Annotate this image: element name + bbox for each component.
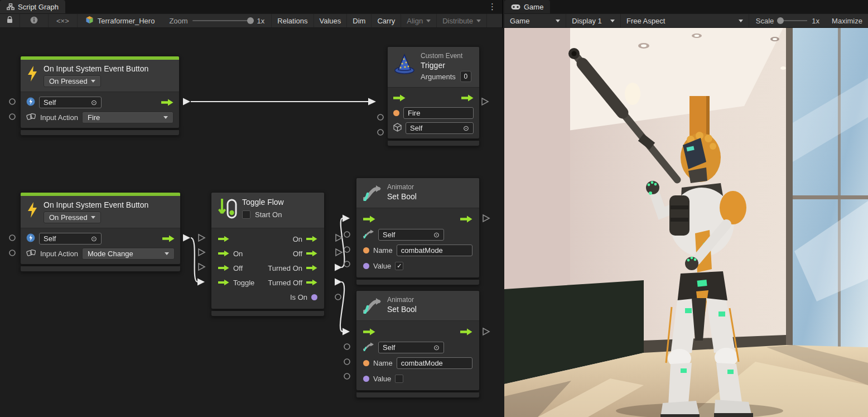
turned-off-out-arrow[interactable]: [306, 279, 317, 286]
flow-out-arrow[interactable]: [161, 99, 173, 106]
port-event-fire-self[interactable]: [9, 99, 15, 104]
aspect-ratio-dropdown[interactable]: Free Aspect: [621, 14, 749, 27]
port-turned-on-connected[interactable]: [335, 264, 342, 271]
flow-in-arrow[interactable]: [363, 215, 375, 223]
trigger-mode-dropdown[interactable]: On Pressed: [44, 212, 101, 223]
wire-turnedoff-to-setbool[interactable]: [340, 282, 344, 332]
relations-button[interactable]: Relations: [271, 14, 314, 27]
port-setbool2-value[interactable]: [344, 373, 350, 379]
toggle-in-arrow[interactable]: [218, 279, 229, 286]
off-in-arrow[interactable]: [218, 265, 229, 271]
tab-script-graph[interactable]: Script Graph: [0, 0, 65, 13]
self-target-field[interactable]: Self ⊙: [39, 97, 102, 108]
graph-asset-chip[interactable]: Terraformer_Hero: [78, 14, 163, 27]
carry-button[interactable]: Carry: [372, 14, 401, 27]
flow-in-arrow[interactable]: [363, 328, 375, 335]
self-target-field[interactable]: Self ⊙: [39, 233, 102, 245]
node-set-bool-on[interactable]: Animator Set Bool: [356, 178, 480, 285]
game-viewport[interactable]: [504, 28, 868, 417]
zoom-slider[interactable]: [192, 20, 253, 21]
port-toggle-off-out[interactable]: [336, 249, 342, 256]
flow-out-arrow[interactable]: [460, 328, 472, 335]
string-port-dot[interactable]: [393, 110, 399, 116]
port-setbool1-flow-out[interactable]: [483, 215, 489, 222]
on-in-arrow[interactable]: [218, 250, 229, 257]
node-event-fire[interactable]: On Input System Event Button On Pressed: [20, 56, 180, 136]
port-toggle-flow-in[interactable]: [199, 234, 205, 241]
port-trigger-target[interactable]: [378, 130, 383, 135]
self-target-field[interactable]: Self ⊙: [378, 342, 444, 353]
port-turned-off-connected[interactable]: [335, 279, 342, 286]
wire-mode-to-toggle[interactable]: [191, 238, 197, 282]
port-event-mode-self[interactable]: [9, 235, 15, 241]
self-target-field[interactable]: Self ⊙: [378, 229, 444, 241]
port-setbool2-self[interactable]: [344, 344, 350, 349]
value-checkbox[interactable]: ✓: [395, 262, 403, 270]
flow-in-arrow[interactable]: [218, 236, 229, 242]
port-setbool2-name[interactable]: [344, 359, 350, 365]
node-event-mode-change[interactable]: On Input System Event Button On Pressed: [20, 192, 181, 272]
dim-button[interactable]: Dim: [347, 14, 372, 27]
scale-slider[interactable]: [778, 20, 807, 21]
on-out-arrow[interactable]: [306, 236, 317, 242]
parameter-name-field[interactable]: combatMode: [397, 357, 472, 369]
port-setbool2-flow-out[interactable]: [483, 328, 489, 335]
self-target-field[interactable]: Self ⊙: [406, 122, 474, 134]
port-event-fire-action[interactable]: [9, 114, 15, 119]
port-flow-out-event-fire[interactable]: [183, 98, 190, 106]
values-button[interactable]: Values: [314, 14, 348, 27]
start-on-checkbox[interactable]: [242, 210, 250, 219]
display-dropdown[interactable]: Display 1: [566, 14, 621, 27]
port-setbool1-value[interactable]: [344, 261, 350, 267]
value-checkbox[interactable]: [395, 375, 403, 383]
scale-slider-knob[interactable]: [777, 17, 784, 24]
port-toggle-in-connected[interactable]: [197, 279, 205, 286]
wire-turnedon-to-setbool[interactable]: [341, 218, 345, 267]
panel-menu-icon[interactable]: ⋮: [483, 2, 502, 12]
port-trigger-flow-out[interactable]: [482, 98, 488, 105]
lock-button[interactable]: [0, 14, 20, 27]
flow-in-arrow[interactable]: [393, 94, 406, 102]
maximize-button[interactable]: Maximize: [826, 14, 868, 27]
port-setbool2-flow-in[interactable]: [343, 328, 350, 335]
port-flow-out-event-mode[interactable]: [183, 234, 190, 242]
port-setbool1-name[interactable]: [344, 247, 350, 252]
port-toggle-ison-out[interactable]: [335, 294, 341, 300]
string-port-dot[interactable]: [363, 247, 369, 253]
variables-button[interactable]: <×>: [49, 14, 78, 27]
port-setbool1-flow-in[interactable]: [343, 215, 350, 222]
port-trigger-name[interactable]: [378, 114, 383, 120]
align-dropdown[interactable]: Align: [401, 14, 437, 27]
arguments-count-field[interactable]: 0: [460, 71, 471, 82]
bool-port-dot[interactable]: [363, 263, 369, 269]
graph-canvas[interactable]: On Input System Event Button On Pressed: [0, 28, 503, 417]
game-mode-dropdown[interactable]: Game: [504, 14, 566, 27]
flow-out-arrow[interactable]: [461, 94, 474, 102]
event-name-field[interactable]: Fire: [403, 107, 474, 119]
node-set-bool-off[interactable]: Animator Set Bool: [356, 290, 480, 398]
input-action-dropdown[interactable]: Mode Change: [82, 248, 175, 260]
graph-inspector-button[interactable]: [20, 14, 49, 27]
is-on-port-dot[interactable]: [311, 294, 317, 300]
port-toggle-on-in[interactable]: [199, 249, 205, 256]
port-toggle-on-out[interactable]: [336, 234, 342, 241]
string-port-dot[interactable]: [363, 360, 369, 366]
flow-out-arrow[interactable]: [460, 215, 472, 223]
target-picker-icon[interactable]: ⊙: [91, 98, 97, 107]
node-toggle-flow[interactable]: Toggle Flow Start On On: [211, 192, 325, 317]
port-toggle-off-in[interactable]: [199, 263, 205, 270]
bool-port-dot[interactable]: [363, 376, 369, 382]
off-out-arrow[interactable]: [306, 250, 317, 257]
distribute-dropdown[interactable]: Distribute: [437, 14, 487, 27]
parameter-name-field[interactable]: combatMode: [397, 245, 472, 256]
target-picker-icon[interactable]: ⊙: [463, 124, 469, 132]
turned-on-out-arrow[interactable]: [306, 265, 317, 271]
target-picker-icon[interactable]: ⊙: [91, 234, 97, 243]
target-picker-icon[interactable]: ⊙: [433, 343, 440, 352]
tab-game[interactable]: Game: [504, 0, 550, 13]
node-custom-event-trigger[interactable]: Custom Event Trigger Arguments 0: [387, 46, 480, 146]
trigger-mode-dropdown[interactable]: On Pressed: [44, 75, 101, 87]
port-setbool1-self[interactable]: [344, 232, 350, 237]
zoom-slider-knob[interactable]: [247, 17, 254, 24]
input-action-dropdown[interactable]: Fire: [82, 112, 173, 123]
